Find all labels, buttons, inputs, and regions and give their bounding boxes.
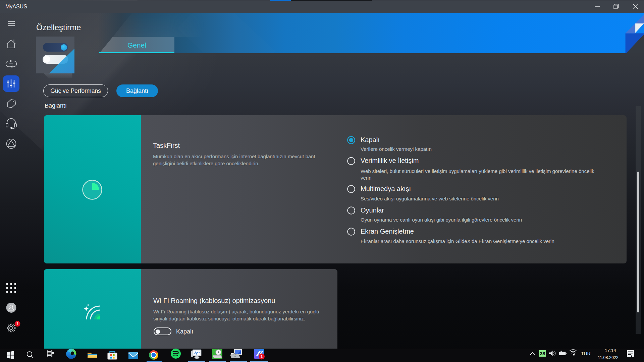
svg-text:17:14: 17:14: [605, 349, 616, 353]
svg-text:11.08.2022: 11.08.2022: [598, 355, 619, 360]
svg-text:1: 1: [260, 354, 263, 359]
svg-text:TUR: TUR: [581, 351, 591, 356]
svg-text:38: 38: [540, 351, 545, 356]
svg-text:1: 1: [16, 321, 19, 326]
